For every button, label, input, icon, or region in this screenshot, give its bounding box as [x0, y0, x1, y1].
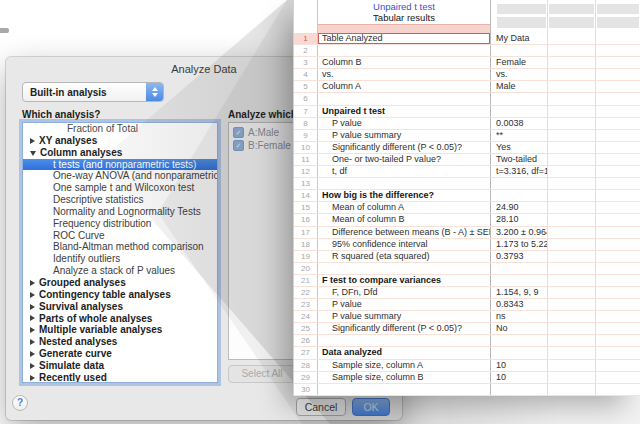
empty-cell[interactable] [548, 130, 596, 141]
empty-cell[interactable] [596, 202, 640, 213]
empty-cell[interactable] [596, 142, 640, 153]
row-number[interactable]: 11 [294, 154, 318, 165]
empty-cell[interactable] [596, 178, 640, 189]
row-number[interactable]: 13 [294, 178, 318, 189]
row-value-cell[interactable]: 3.200 ± 0.9649 [491, 227, 548, 238]
sheet-title-cell[interactable]: Unpaired t test Tabular results [318, 0, 491, 33]
row-value-cell[interactable] [491, 190, 548, 201]
row-label-cell[interactable] [318, 263, 491, 274]
row-label-cell[interactable]: Column A [318, 81, 491, 92]
empty-cell[interactable] [548, 93, 596, 104]
disclosure-triangle-icon[interactable] [30, 280, 35, 286]
checkbox-checked-icon[interactable]: ✓ [233, 140, 244, 151]
row-label-cell[interactable] [318, 93, 491, 104]
empty-cell[interactable] [548, 81, 596, 92]
row-value-cell[interactable]: My Data [491, 33, 548, 44]
empty-cell[interactable] [548, 275, 596, 286]
row-label-cell[interactable]: P value summary [318, 311, 491, 322]
analysis-list-item[interactable]: Analyze a stack of P values [23, 265, 217, 277]
disclosure-triangle-icon[interactable] [30, 138, 35, 144]
row-value-cell[interactable] [491, 106, 548, 117]
empty-cell[interactable] [596, 33, 640, 44]
cancel-button[interactable]: Cancel [296, 398, 346, 416]
empty-cell[interactable] [548, 251, 596, 262]
empty-cell[interactable] [548, 154, 596, 165]
row-value-cell[interactable]: 1.173 to 5.227 [491, 239, 548, 250]
row-label-cell[interactable] [318, 335, 491, 346]
row-value-cell[interactable]: 10 [491, 372, 548, 383]
row-number[interactable]: 22 [294, 287, 318, 298]
row-number[interactable]: 28 [294, 360, 318, 371]
row-label-cell[interactable]: 95% confidence interval [318, 239, 491, 250]
row-label-cell[interactable]: How big is the difference? [318, 190, 491, 201]
row-label-cell[interactable]: P value [318, 299, 491, 310]
empty-cell[interactable] [548, 299, 596, 310]
analysis-list-item[interactable]: Grouped analyses [23, 277, 217, 289]
empty-cell[interactable] [548, 33, 596, 44]
empty-cell[interactable] [596, 323, 640, 334]
disclosure-triangle-icon[interactable] [30, 351, 35, 357]
disclosure-triangle-icon[interactable] [30, 375, 35, 381]
empty-cell[interactable] [548, 360, 596, 371]
row-label-cell[interactable] [318, 384, 491, 395]
row-label-cell[interactable]: F, DFn, Dfd [318, 287, 491, 298]
row-label-cell[interactable]: Data analyzed [318, 347, 491, 358]
row-label-cell[interactable]: Sample size, column A [318, 360, 491, 371]
row-number[interactable]: 19 [294, 251, 318, 262]
analysis-list-item[interactable]: Nested analyses [23, 336, 217, 348]
analysis-type-select[interactable]: Built-in analysis [22, 82, 164, 102]
empty-cell[interactable] [596, 263, 640, 274]
empty-cell[interactable] [596, 384, 640, 395]
row-value-cell[interactable]: Yes [491, 142, 548, 153]
analysis-list-item[interactable]: Survival analyses [23, 301, 217, 313]
row-label-cell[interactable]: Significantly different (P < 0.05)? [318, 323, 491, 334]
empty-cell[interactable] [548, 227, 596, 238]
analysis-list-item[interactable]: Column analyses [23, 147, 217, 159]
row-number[interactable]: 26 [294, 335, 318, 346]
analysis-listbox[interactable]: Fraction of Total XY analyses Column ana… [22, 122, 218, 383]
row-label-cell[interactable]: R squared (eta squared) [318, 251, 491, 262]
analysis-list-item[interactable]: Multiple variable analyses [23, 324, 217, 336]
row-number[interactable]: 15 [294, 202, 318, 213]
row-value-cell[interactable]: 28.10 [491, 214, 548, 225]
analysis-list-item[interactable]: ROC Curve [23, 230, 217, 242]
empty-cell[interactable] [548, 239, 596, 250]
row-label-cell[interactable]: P value [318, 118, 491, 129]
empty-cell[interactable] [596, 81, 640, 92]
row-value-cell[interactable] [491, 335, 548, 346]
row-label-cell[interactable]: Mean of column B [318, 214, 491, 225]
analysis-list-item[interactable]: Parts of whole analyses [23, 313, 217, 325]
row-value-cell[interactable]: 24.90 [491, 202, 548, 213]
disclosure-triangle-icon[interactable] [30, 292, 35, 298]
empty-cell[interactable] [596, 57, 640, 68]
disclosure-triangle-icon[interactable] [30, 304, 35, 310]
row-label-cell[interactable]: vs. [318, 69, 491, 80]
analysis-list-item[interactable]: Normality and Lognormality Tests [23, 206, 217, 218]
row-value-cell[interactable]: 0.0038 [491, 118, 548, 129]
disclosure-triangle-icon[interactable] [30, 151, 36, 156]
empty-cell[interactable] [596, 299, 640, 310]
empty-cell[interactable] [548, 106, 596, 117]
empty-cell[interactable] [596, 239, 640, 250]
row-number[interactable]: 8 [294, 118, 318, 129]
row-number[interactable]: 27 [294, 347, 318, 358]
empty-cell[interactable] [548, 384, 596, 395]
row-number[interactable]: 21 [294, 275, 318, 286]
row-number[interactable]: 3 [294, 57, 318, 68]
row-label-cell[interactable]: Significantly different (P < 0.05)? [318, 142, 491, 153]
row-number[interactable]: 24 [294, 311, 318, 322]
empty-cell[interactable] [548, 202, 596, 213]
empty-cell[interactable] [596, 372, 640, 383]
row-label-cell[interactable]: t, df [318, 166, 491, 177]
row-number[interactable]: 7 [294, 106, 318, 117]
row-number[interactable]: 6 [294, 93, 318, 104]
analysis-list-item[interactable]: Simulate data [23, 360, 217, 372]
empty-cell[interactable] [596, 311, 640, 322]
empty-cell[interactable] [596, 227, 640, 238]
empty-cell[interactable] [596, 45, 640, 56]
row-number[interactable]: 17 [294, 227, 318, 238]
row-value-cell[interactable]: t=3.316, df=18 [491, 166, 548, 177]
column-header-cell[interactable] [548, 0, 596, 33]
empty-cell[interactable] [548, 347, 596, 358]
row-value-cell[interactable] [491, 93, 548, 104]
